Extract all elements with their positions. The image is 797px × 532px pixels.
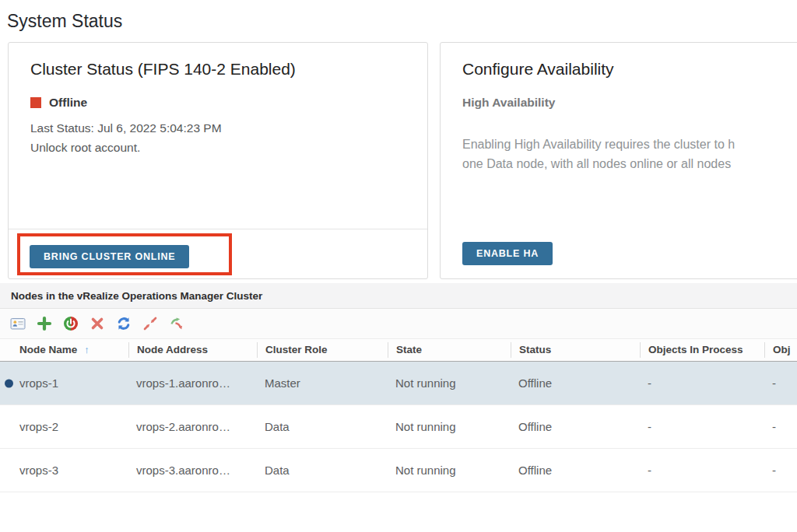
cell-objects-clipped: - <box>764 376 797 390</box>
column-header-cluster-role[interactable]: Cluster Role <box>257 342 388 358</box>
column-header-node-name[interactable]: Node Name↑ <box>0 342 128 358</box>
cell-node-address: vrops-2.aaronro… <box>128 420 257 433</box>
column-header-status[interactable]: Status <box>511 342 640 358</box>
cell-status: Offline <box>511 376 640 390</box>
nodes-table-header: Node Name↑ Node Address Cluster Role Sta… <box>0 339 797 362</box>
refresh-icon[interactable] <box>116 316 132 331</box>
cell-objects-clipped: - <box>764 420 797 433</box>
enable-ha-button[interactable]: ENABLE HA <box>462 242 553 265</box>
cell-cluster-role: Data <box>257 420 388 433</box>
cell-status: Offline <box>511 464 640 477</box>
configure-availability-card: Configure Availability High Availability… <box>440 42 797 279</box>
column-header-state[interactable]: State <box>388 342 511 358</box>
take-node-offline-icon[interactable] <box>142 316 158 331</box>
cell-objects-in-process: - <box>640 420 764 433</box>
cell-status: Offline <box>511 420 640 433</box>
bring-cluster-online-button[interactable]: BRING CLUSTER ONLINE <box>30 245 189 268</box>
unlock-note-text: Unlock root account. <box>30 138 406 157</box>
last-status-text: Last Status: Jul 6, 2022 5:04:23 PM <box>30 118 406 138</box>
ha-description-line2: one Data node, with all nodes online or … <box>462 154 797 173</box>
ha-description: Enabling High Availability requires the … <box>462 135 797 173</box>
column-header-node-address[interactable]: Node Address <box>128 342 257 358</box>
cell-objects-in-process: - <box>640 464 764 477</box>
cell-node-address: vrops-3.aaronro… <box>128 464 257 477</box>
page-title: System Status <box>0 0 797 42</box>
column-header-objects-in-process[interactable]: Objects In Process <box>640 342 764 358</box>
power-cluster-icon[interactable] <box>63 316 79 331</box>
column-header-obj-clipped[interactable]: Obj <box>764 342 797 358</box>
cluster-status-title: Cluster Status (FIPS 140-2 Enabled) <box>30 60 406 79</box>
nodes-section-heading: Nodes in the vRealize Operations Manager… <box>0 283 797 309</box>
node-details-icon[interactable] <box>10 316 26 331</box>
cell-node-name: vrops-2 <box>0 420 128 433</box>
cell-objects-in-process: - <box>640 376 764 390</box>
table-row-vrops-3[interactable]: vrops-3 vrops-3.aaronro… Data Not runnin… <box>0 449 797 492</box>
cell-node-name: vrops-3 <box>0 464 128 477</box>
high-availability-subtitle: High Availability <box>462 96 797 110</box>
cluster-status-text: Offline <box>49 96 87 110</box>
selected-row-radio[interactable] <box>5 379 13 387</box>
cell-objects-clipped: - <box>764 464 797 477</box>
cell-state: Not running <box>388 420 511 433</box>
cluster-card-footer: BRING CLUSTER ONLINE <box>9 229 427 278</box>
cell-cluster-role: Master <box>257 376 388 390</box>
ha-description-line1: Enabling High Availability requires the … <box>462 135 797 154</box>
sort-ascending-icon: ↑ <box>84 344 90 355</box>
add-node-icon[interactable] <box>37 316 52 331</box>
table-row-vrops-2[interactable]: vrops-2 vrops-2.aaronro… Data Not runnin… <box>0 405 797 449</box>
table-row-vrops-1[interactable]: vrops-1 vrops-1.aaronro… Master Not runn… <box>0 362 797 405</box>
cluster-status-indicator: Offline <box>30 96 406 110</box>
bring-node-online-icon[interactable] <box>169 316 184 331</box>
cell-node-address: vrops-1.aaronro… <box>128 376 257 390</box>
status-cards: Cluster Status (FIPS 140-2 Enabled) Offl… <box>0 42 797 279</box>
cell-cluster-role: Data <box>257 464 388 477</box>
cell-node-name: vrops-1 <box>19 376 58 390</box>
cluster-status-card: Cluster Status (FIPS 140-2 Enabled) Offl… <box>8 42 428 279</box>
nodes-table-body: vrops-1 vrops-1.aaronro… Master Not runn… <box>0 362 797 492</box>
offline-status-square-icon <box>30 97 41 108</box>
cell-state: Not running <box>388 464 511 477</box>
configure-availability-title: Configure Availability <box>462 60 797 79</box>
nodes-toolbar <box>0 309 797 339</box>
cell-state: Not running <box>388 376 511 390</box>
remove-node-icon[interactable] <box>90 316 105 331</box>
